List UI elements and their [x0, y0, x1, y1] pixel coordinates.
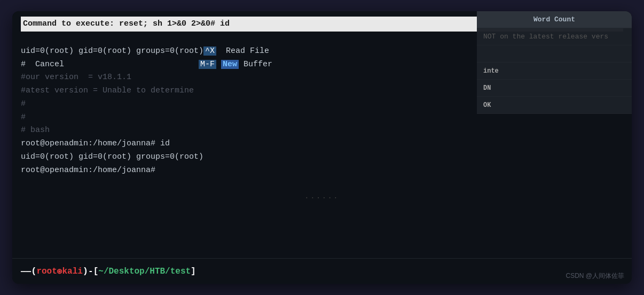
terminal-body: Command to execute: reset; sh 1>&0 2>&0#… — [12, 11, 632, 258]
nano-item-ok: OK — [477, 97, 632, 114]
terminal-window: Command to execute: reset; sh 1>&0 2>&0#… — [12, 11, 632, 284]
line-4: #atest version = Unable to determine — [21, 86, 194, 95]
nano-item-blank1 — [477, 45, 632, 63]
line-8: root@openadmin:/home/joanna# id — [21, 139, 170, 148]
nano-panel-header: Word Count — [477, 11, 632, 28]
watermark: CSDN @人间体佐菲 — [566, 271, 624, 281]
prompt-open-bracket: ( — [31, 266, 36, 276]
line-1: uid=0(root) gid=0(root) groups=0(root)^X… — [21, 46, 269, 56]
nano-item-dn: DN — [477, 80, 632, 97]
prompt-skull-icon: ⊛ — [57, 266, 62, 277]
nano-header-label: Word Count — [533, 15, 575, 24]
terminal-statusbar: —— ( root ⊛ kali ) - [ ~/Desktop/HTB/tes… — [12, 258, 632, 284]
prompt-path-open: [ — [93, 267, 99, 276]
prompt-close-bracket: ) — [83, 266, 88, 276]
prompt-line: —— ( root ⊛ kali ) - [ ~/Desktop/HTB/tes… — [21, 266, 196, 277]
nano-right-panel: Word Count NOT on the latest release ver… — [477, 11, 632, 114]
line-5: # — [21, 99, 26, 108]
prompt-host: kali — [62, 267, 82, 276]
prompt-dash: —— — [21, 267, 31, 276]
prompt-dash2: - — [88, 267, 93, 276]
prompt-path-close: ] — [191, 267, 196, 276]
nano-item-blank2: inte — [477, 63, 632, 80]
line-2: # Cancel M-F New Buffer — [21, 60, 272, 69]
line-9: uid=0(root) gid=0(root) groups=0(root) — [21, 152, 203, 161]
nano-item-not-latest: NOT on the latest release vers — [477, 28, 632, 45]
dots-separator: ...... — [21, 190, 623, 203]
line-3: #our version = v18.1.1 — [21, 73, 131, 82]
line-7: # bash — [21, 126, 50, 135]
prompt-user: root — [36, 267, 57, 276]
line-10: root@openadmin:/home/joanna# — [21, 166, 155, 175]
prompt-path: ~/Desktop/HTB/test — [98, 267, 191, 276]
line-6: # — [21, 113, 26, 122]
